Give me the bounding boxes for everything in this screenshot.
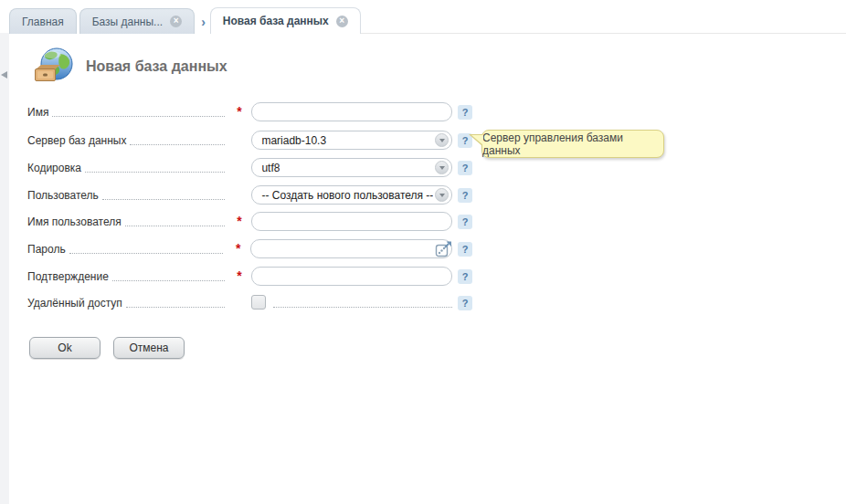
close-icon[interactable]: × — [170, 16, 182, 27]
generate-password-dice-icon[interactable] — [435, 240, 452, 257]
help-icon[interactable]: ? — [458, 242, 472, 257]
dotted-leader — [69, 253, 224, 254]
field-label: Удалённый доступ — [27, 295, 122, 312]
field-label: Имя — [27, 104, 48, 121]
ok-button[interactable]: Ok — [29, 337, 100, 359]
tabbar-baseline — [333, 33, 846, 34]
form-row-encoding: Кодировка utf8 ? — [27, 158, 472, 177]
tab-databases[interactable]: Базы данны... × — [79, 8, 195, 34]
dotted-leader — [126, 307, 225, 308]
field-label: Сервер баз данных — [27, 132, 126, 150]
username-input[interactable] — [251, 212, 452, 231]
required-marker: * — [227, 212, 252, 231]
required-marker: * — [226, 239, 250, 258]
chevron-right-icon: › — [201, 15, 206, 29]
tab-label: Базы данны... — [92, 16, 163, 28]
form-row-remote-access: Удалённый доступ ? — [27, 293, 472, 312]
close-icon[interactable]: × — [336, 16, 348, 27]
cancel-button[interactable]: Отмена — [113, 337, 185, 359]
user-select[interactable]: -- Создать нового пользователя -- — [251, 185, 452, 205]
help-icon[interactable]: ? — [458, 296, 472, 310]
tooltip-text: Сервер управления базами данных — [482, 131, 663, 157]
page-header: Новая база данных — [33, 46, 227, 88]
dotted-leader — [125, 226, 225, 226]
password-input[interactable] — [250, 239, 452, 258]
field-label: Подтверждение — [27, 268, 109, 286]
dotted-leader — [130, 144, 224, 145]
help-icon[interactable]: ? — [458, 161, 472, 175]
chevron-down-icon[interactable] — [435, 133, 449, 147]
tab-bar: Главная Базы данны... × › Новая база дан… — [9, 7, 364, 34]
field-label: Имя пользователя — [27, 214, 122, 231]
page-title: Новая база данных — [86, 58, 227, 75]
select-value: utf8 — [261, 162, 280, 174]
confirm-password-input[interactable] — [251, 267, 452, 286]
select-value: -- Создать нового пользователя -- — [261, 189, 433, 202]
encoding-select[interactable]: utf8 — [251, 158, 452, 177]
app-window: Главная Базы данны... × › Новая база дан… — [0, 0, 846, 504]
remote-access-checkbox[interactable] — [251, 295, 266, 310]
dotted-leader — [85, 172, 225, 173]
form-row-db-server: Сервер баз данных mariadb-10.3 ? — [27, 131, 472, 150]
field-label: Пользователь — [27, 187, 99, 205]
dotted-leader — [52, 116, 224, 117]
field-label: Кодировка — [27, 160, 81, 177]
required-marker: * — [227, 267, 252, 286]
tab-label: Новая база данных — [223, 15, 329, 27]
form-row-username: Имя пользователя * ? — [27, 212, 472, 231]
tab-new-database[interactable]: Новая база данных × — [210, 7, 361, 34]
tab-label: Главная — [22, 16, 64, 28]
help-icon[interactable]: ? — [458, 188, 472, 203]
help-icon[interactable]: ? — [458, 215, 472, 229]
help-icon[interactable]: ? — [458, 269, 472, 284]
field-label: Пароль — [27, 241, 66, 258]
dotted-leader — [273, 307, 452, 308]
collapse-arrow-icon[interactable] — [1, 71, 7, 79]
required-marker: * — [227, 102, 252, 121]
select-value: mariadb-10.3 — [261, 134, 326, 147]
tooltip-db-server: Сервер управления базами данных — [481, 130, 664, 158]
form-row-confirm: Подтверждение * ? — [27, 267, 472, 286]
chevron-down-icon[interactable] — [435, 161, 449, 174]
form-row-user: Пользователь -- Создать нового пользоват… — [27, 185, 472, 205]
form-row-password: Пароль * ? — [27, 239, 472, 258]
dotted-leader — [112, 280, 225, 281]
name-input[interactable] — [251, 102, 452, 121]
form-row-name: Имя * ? — [27, 102, 472, 121]
chevron-down-icon[interactable] — [435, 188, 449, 202]
globe-database-icon — [33, 46, 75, 88]
dotted-leader — [102, 199, 225, 200]
tab-main[interactable]: Главная — [9, 8, 77, 34]
db-server-select[interactable]: mariadb-10.3 — [251, 131, 452, 150]
help-icon[interactable]: ? — [458, 105, 472, 120]
left-gutter — [0, 33, 9, 504]
